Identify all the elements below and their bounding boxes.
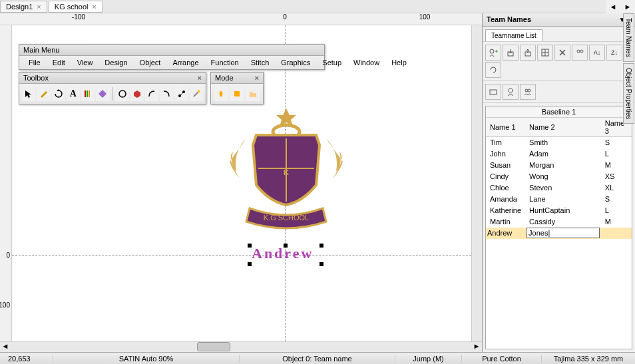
table-cell[interactable]: Cassidy: [525, 216, 601, 228]
close-icon[interactable]: ×: [93, 3, 97, 11]
table-row[interactable]: TimSmithS: [486, 137, 632, 148]
vtab-team-names[interactable]: Team Names: [623, 13, 634, 62]
team-name-text[interactable]: Andrew: [252, 245, 314, 262]
table-cell[interactable]: XL: [601, 182, 632, 194]
vertical-tabs: Team Names Object Properties: [623, 13, 635, 125]
person-icon[interactable]: [503, 84, 519, 100]
embroidery-crest[interactable]: K K.G SCHOOL: [220, 105, 353, 238]
circle-tool-icon[interactable]: [115, 87, 128, 101]
grid-icon[interactable]: [537, 45, 553, 61]
menu-window[interactable]: Window: [348, 57, 385, 68]
curve-right-icon[interactable]: [160, 87, 173, 101]
table-row[interactable]: MartinCassidyM: [486, 216, 632, 228]
close-icon[interactable]: ×: [255, 74, 259, 82]
tab-scroll-left[interactable]: ◄: [606, 0, 620, 14]
sort-desc-icon[interactable]: Z↓: [606, 45, 622, 61]
table-cell[interactable]: Katherine: [486, 205, 525, 216]
table-cell[interactable]: S: [601, 137, 632, 148]
preview-icon[interactable]: [485, 84, 501, 100]
column-tool-icon[interactable]: [81, 87, 95, 101]
menu-help[interactable]: Help: [386, 57, 412, 68]
menu-setup[interactable]: Setup: [317, 57, 347, 68]
table-cell[interactable]: Chloe: [486, 182, 525, 194]
wand-tool-icon[interactable]: [190, 87, 203, 101]
sort-asc-icon[interactable]: A↓: [589, 45, 605, 61]
menu-function[interactable]: Function: [206, 57, 244, 68]
menu-arrange[interactable]: Arrange: [167, 57, 204, 68]
table-row[interactable]: ChloeStevenXL: [486, 182, 632, 194]
simulator-icon[interactable]: [214, 87, 228, 101]
baseline-header[interactable]: Baseline 1: [486, 106, 632, 118]
table-cell[interactable]: Tim: [486, 137, 525, 148]
tab-design1[interactable]: Design1×: [0, 1, 47, 13]
status-object: Object 0: Team name: [240, 355, 395, 363]
table-row-editing[interactable]: Andrew: [486, 228, 632, 239]
select-tool-icon[interactable]: [22, 87, 35, 101]
rotate-tool-icon[interactable]: [52, 87, 65, 101]
table-row[interactable]: CindyWongXS: [486, 171, 632, 182]
table-cell[interactable]: S: [601, 194, 632, 205]
table-cell[interactable]: XS: [601, 171, 632, 182]
menu-edit[interactable]: Edit: [47, 57, 71, 68]
design-canvas[interactable]: Main Menu File Edit View Design Object A…: [12, 25, 471, 341]
table-row[interactable]: AmandaLaneS: [486, 194, 632, 205]
menu-design[interactable]: Design: [99, 57, 132, 68]
folder-icon[interactable]: [246, 87, 260, 101]
status-coord: 20,653: [0, 355, 53, 363]
reshape-tool-icon[interactable]: [37, 87, 50, 101]
table-cell[interactable]: [601, 228, 632, 239]
group-icon[interactable]: [520, 84, 536, 100]
table-cell[interactable]: M: [601, 216, 632, 228]
vtab-object-properties[interactable]: Object Properties: [623, 63, 634, 124]
col-name2[interactable]: Name 2: [525, 118, 601, 137]
table-cell[interactable]: L: [601, 205, 632, 216]
add-member-icon[interactable]: [485, 45, 501, 61]
table-row[interactable]: SusanMorganM: [486, 160, 632, 171]
table-cell[interactable]: M: [601, 160, 632, 171]
table-cell[interactable]: Morgan: [525, 160, 601, 171]
text-tool-icon[interactable]: A: [67, 87, 80, 101]
hexagon-tool-icon[interactable]: [130, 87, 144, 101]
delete-icon[interactable]: [554, 45, 570, 61]
tab-scroll-right[interactable]: ►: [620, 0, 635, 14]
table-cell[interactable]: Smith: [525, 137, 601, 148]
table-cell[interactable]: Martin: [486, 216, 525, 228]
table-cell[interactable]: Lane: [525, 194, 601, 205]
menu-view[interactable]: View: [72, 57, 99, 68]
table-cell[interactable]: Andrew: [486, 228, 525, 239]
refresh-icon[interactable]: [485, 62, 501, 78]
names-table-container: Baseline 1 Name 1 Name 2 Name 3 TimSmith…: [485, 106, 632, 349]
table-cell[interactable]: John: [486, 148, 525, 160]
scrollbar-vertical[interactable]: [471, 25, 482, 341]
node-tool-icon[interactable]: [174, 87, 188, 101]
menu-object[interactable]: Object: [134, 57, 166, 68]
table-cell[interactable]: Adam: [525, 148, 601, 160]
table-cell[interactable]: Wong: [525, 171, 601, 182]
shape-tool-icon[interactable]: [96, 87, 109, 101]
menu-stitch[interactable]: Stitch: [246, 57, 275, 68]
teamname-list-tab[interactable]: Teamname List: [485, 29, 542, 41]
tab-kgschool[interactable]: KG school×: [49, 1, 103, 13]
scrollbar-horizontal[interactable]: ◄ ►: [0, 341, 482, 352]
curve-left-icon[interactable]: [145, 87, 158, 101]
svg-point-24: [528, 89, 530, 92]
table-row[interactable]: JohnAdamL: [486, 148, 632, 160]
table-cell[interactable]: Steven: [525, 182, 601, 194]
col-name1[interactable]: Name 1: [486, 118, 525, 137]
import-icon[interactable]: [503, 45, 519, 61]
close-icon[interactable]: ×: [198, 74, 202, 82]
team-icon[interactable]: [572, 45, 588, 61]
table-cell[interactable]: Susan: [486, 160, 525, 171]
menu-graphics[interactable]: Graphics: [276, 57, 316, 68]
design-mode-icon[interactable]: [230, 87, 244, 101]
table-row[interactable]: KatherineHuntCaptainL: [486, 205, 632, 216]
table-cell[interactable]: Amanda: [486, 194, 525, 205]
name2-input[interactable]: [527, 228, 600, 238]
export-icon[interactable]: [520, 45, 536, 61]
table-cell[interactable]: L: [601, 148, 632, 160]
svg-point-22: [509, 89, 513, 92]
table-cell[interactable]: HuntCaptain: [525, 205, 601, 216]
close-icon[interactable]: ×: [37, 3, 41, 11]
table-cell[interactable]: Cindy: [486, 171, 525, 182]
menu-file[interactable]: File: [23, 57, 46, 68]
